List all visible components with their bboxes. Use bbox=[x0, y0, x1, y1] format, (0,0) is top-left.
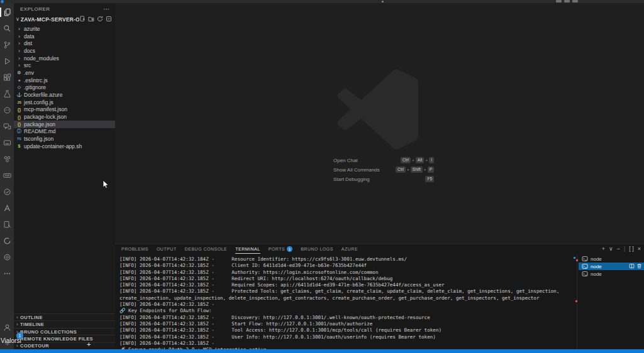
collapse-all-icon[interactable] bbox=[106, 16, 112, 23]
js-icon: JS bbox=[16, 100, 23, 104]
window-close-button[interactable] bbox=[572, 0, 578, 3]
sidebar-section-bruno-collections[interactable]: ›BRUNO COLLECTIONS bbox=[14, 328, 115, 335]
explorer-root-folder[interactable]: ∨ ZAVA-MCP-SERVER-OAUTH bbox=[14, 15, 115, 23]
tab-azure[interactable]: AZURE bbox=[341, 244, 358, 254]
activity-bar bbox=[0, 3, 14, 349]
file-row[interactable]: ›docs bbox=[14, 47, 115, 55]
ignore-icon: ◇ bbox=[16, 85, 23, 90]
terminal-line: [INFO] 2026-04-07T14:42:32.185Z - Protec… bbox=[119, 288, 577, 301]
azure-devops-icon[interactable] bbox=[0, 187, 14, 197]
file-name: .eslintrc.js bbox=[24, 77, 48, 84]
account-icon[interactable] bbox=[0, 323, 14, 332]
terminal-line: [INFO] 2026-04-07T14:42:32.185Z - Tool A… bbox=[119, 327, 577, 334]
key-chip: Ctrl bbox=[396, 166, 406, 173]
explorer-title: EXPLORER bbox=[20, 6, 50, 12]
new-file-icon[interactable] bbox=[79, 16, 86, 23]
file-name: mcp-manifest.json bbox=[24, 106, 67, 112]
sidebar-section-remote-knowledge-files[interactable]: ›REMOTE KNOWLEDGE FILES bbox=[14, 335, 115, 342]
file-row[interactable]: $update-container-app.sh bbox=[14, 143, 115, 150]
shortcut-keys: Ctrl+Shift+P bbox=[396, 166, 434, 173]
tab-label: PROBLEMS bbox=[121, 247, 148, 251]
terminal-output[interactable]: [INFO] 2026-04-07T14:42:32.184Z - Resour… bbox=[115, 254, 577, 349]
chat-icon[interactable] bbox=[0, 122, 14, 131]
tab-label: TERMINAL bbox=[235, 247, 260, 251]
explorer-icon[interactable] bbox=[0, 8, 14, 17]
tab-label: AZURE bbox=[341, 247, 358, 251]
sidebar-section-timeline[interactable]: ›TIMELINE bbox=[14, 320, 115, 327]
php-tools-icon[interactable] bbox=[0, 171, 14, 180]
file-row[interactable]: ⚙.env bbox=[14, 69, 115, 77]
scroll-marker-blue bbox=[574, 257, 575, 259]
openai-icon[interactable] bbox=[0, 253, 14, 262]
remote-wsl-icon[interactable] bbox=[0, 138, 14, 148]
status-bar[interactable] bbox=[0, 349, 644, 353]
tab-output[interactable]: OUTPUT bbox=[157, 244, 177, 254]
terminal-list-item[interactable]: node bbox=[579, 270, 644, 278]
file-row[interactable]: {}package.json bbox=[14, 121, 115, 128]
file-row[interactable]: ⚓Dockerfile.azure bbox=[14, 91, 115, 99]
sidebar-section-outline[interactable]: ›OUTLINE bbox=[14, 313, 115, 320]
close-panel-icon[interactable]: × bbox=[638, 245, 641, 253]
tab-terminal[interactable]: TERMINAL bbox=[235, 244, 260, 254]
edge-devtools-icon[interactable] bbox=[0, 236, 14, 246]
section-label: BRUNO COLLECTIONS bbox=[20, 329, 77, 335]
section-label: CODETOUR bbox=[20, 343, 49, 349]
window-minimize-button[interactable] bbox=[556, 0, 562, 3]
new-folder-icon[interactable] bbox=[88, 16, 94, 23]
chevron-right-icon: › bbox=[16, 55, 23, 62]
azure-resources-icon[interactable] bbox=[0, 155, 14, 164]
tab-debug-console[interactable]: DEBUG CONSOLE bbox=[185, 244, 228, 254]
split-terminal-icon[interactable] bbox=[629, 263, 635, 270]
azure-icon[interactable] bbox=[0, 204, 14, 213]
terminal-list-item[interactable]: node bbox=[579, 255, 644, 263]
refresh-icon[interactable] bbox=[97, 16, 103, 23]
divider: | bbox=[624, 245, 625, 253]
json-dim-icon: {} bbox=[16, 115, 23, 119]
file-row[interactable]: {}mcp-manifest.json bbox=[14, 106, 115, 114]
tab-ports[interactable]: PORTS1 bbox=[269, 244, 293, 254]
file-row[interactable]: ›data bbox=[14, 33, 115, 40]
mouse-cursor bbox=[103, 180, 109, 189]
key-chip: Ctrl bbox=[401, 157, 411, 163]
copilot-icon[interactable] bbox=[0, 106, 14, 115]
kill-terminal-icon[interactable]: − bbox=[617, 245, 620, 253]
delete-terminal-icon[interactable] bbox=[636, 263, 642, 270]
maximize-panel-icon[interactable]: [ ] bbox=[629, 245, 634, 253]
file-row[interactable]: ›azurite bbox=[14, 25, 115, 33]
shortcut-label: Show All Commands bbox=[333, 167, 380, 173]
sidebar-section-codetour[interactable]: ›CODETOUR bbox=[14, 342, 115, 349]
shortcut-row: Start DebuggingF5 bbox=[333, 176, 434, 182]
file-row[interactable]: ●.eslintrc.js bbox=[14, 77, 115, 84]
window-maximize-button[interactable] bbox=[564, 0, 570, 3]
key-chip: Shift bbox=[411, 166, 423, 173]
terminal-line: [INFO] 2026-04-07T14:42:32.185Z - bbox=[119, 340, 577, 347]
more-icon[interactable] bbox=[0, 269, 14, 278]
launch-profile-dropdown-icon[interactable]: ∨ bbox=[609, 245, 613, 253]
testing-icon[interactable] bbox=[0, 89, 14, 99]
terminal-list-item[interactable]: node bbox=[579, 263, 644, 270]
docker-icon: ⚓ bbox=[16, 92, 23, 97]
tab-problems[interactable]: PROBLEMS bbox=[121, 244, 148, 254]
notes-icon[interactable] bbox=[0, 220, 14, 229]
shortcut-label: Open Chat bbox=[333, 158, 358, 163]
file-name: README.md bbox=[24, 128, 56, 134]
file-row[interactable]: TStsconfig.json bbox=[14, 135, 115, 143]
file-row[interactable]: ›dist bbox=[14, 40, 115, 47]
new-terminal-icon[interactable]: + bbox=[602, 245, 605, 253]
file-row[interactable]: {}package-lock.json bbox=[14, 113, 115, 121]
file-row[interactable]: JSjest.config.js bbox=[14, 99, 115, 106]
terminal-line: [INFO] 2026-04-07T14:42:32.185Z - bbox=[119, 301, 577, 308]
extensions-icon[interactable] bbox=[0, 73, 14, 82]
file-name: .gitignore bbox=[24, 84, 46, 90]
search-icon[interactable] bbox=[0, 24, 14, 33]
key-chip: F5 bbox=[425, 176, 434, 182]
terminal-instance-list: nodenodenode bbox=[579, 255, 644, 349]
file-row[interactable]: ◇.gitignore bbox=[14, 84, 115, 92]
source-control-icon[interactable] bbox=[0, 40, 14, 50]
tab-bruno-logs[interactable]: BRUNO LOGS bbox=[301, 244, 333, 254]
file-row[interactable]: ›node_modules bbox=[14, 55, 115, 62]
file-row[interactable]: ›src bbox=[14, 62, 115, 69]
file-row[interactable]: ⓘREADME.md bbox=[14, 128, 115, 136]
explorer-more-actions-icon[interactable]: ⋯ bbox=[104, 8, 111, 11]
run-debug-icon[interactable] bbox=[0, 57, 14, 66]
